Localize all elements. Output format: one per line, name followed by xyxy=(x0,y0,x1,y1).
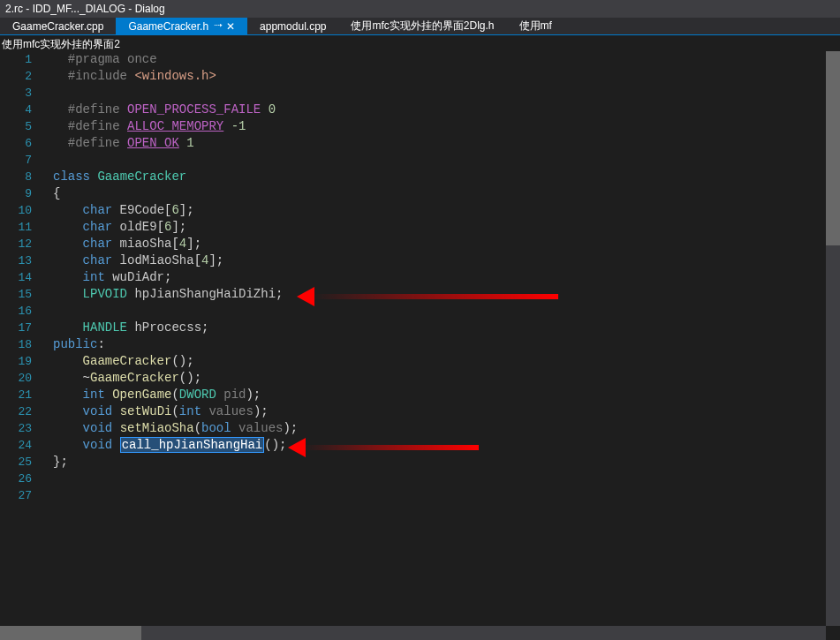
line-number: 7 xyxy=(0,152,32,169)
line-number: 4 xyxy=(0,102,32,118)
line-number: 21 xyxy=(0,387,32,403)
code-line[interactable]: }; xyxy=(46,454,840,471)
tab-bar: GaameCracker.cpp GaameCracker.h ⭬ ✕ appm… xyxy=(0,18,840,35)
line-number: 24 xyxy=(0,437,32,454)
line-number: 20 xyxy=(0,370,32,387)
close-icon[interactable]: ✕ xyxy=(226,20,235,33)
code-line[interactable]: char miaoSha[4]; xyxy=(46,236,840,252)
line-number: 15 xyxy=(0,286,32,303)
code-line[interactable]: #define OPEN_PROCESS_FAILE 0 xyxy=(46,102,840,118)
line-number: 10 xyxy=(0,202,32,219)
selection: call_hpJianShangHai xyxy=(120,437,265,453)
code-line[interactable]: char E9Code[6]; xyxy=(46,202,840,219)
scrollbar-thumb[interactable] xyxy=(826,51,840,245)
code-line[interactable]: char oldE9[6]; xyxy=(46,219,840,236)
code-line[interactable]: void setWuDi(int values); xyxy=(46,403,840,420)
title-bar: 2.rc - IDD_MF..._DIALOG - Dialog xyxy=(0,0,840,18)
code-line[interactable]: public: xyxy=(46,336,840,353)
tab-gaamecracker-h[interactable]: GaameCracker.h ⭬ ✕ xyxy=(116,18,247,34)
line-number: 16 xyxy=(0,303,32,320)
code-line[interactable]: HANDLE hProcecss; xyxy=(46,320,840,336)
line-number: 14 xyxy=(0,269,32,286)
code-area[interactable]: #pragma once #include <windows.h> #defin… xyxy=(46,51,840,640)
pin-icon[interactable]: ⭬ xyxy=(214,21,223,31)
code-line[interactable]: ~GaameCracker(); xyxy=(46,370,840,387)
tab-label: appmodul.cpp xyxy=(260,20,326,33)
tab-label: GaameCracker.cpp xyxy=(12,20,103,33)
line-number: 22 xyxy=(0,403,32,420)
tab-gaamecracker-cpp[interactable]: GaameCracker.cpp xyxy=(0,18,116,34)
code-line[interactable]: #define ALLOC_MEMOPRY -1 xyxy=(46,118,840,135)
horizontal-scrollbar[interactable] xyxy=(0,626,826,640)
tab-label: GaameCracker.h xyxy=(128,20,208,33)
tab-label: 使用mfc实现外挂的界面2Dlg.h xyxy=(351,19,494,34)
arrow-annotation xyxy=(302,445,479,450)
code-line[interactable]: void setMiaoSha(bool values); xyxy=(46,420,840,437)
line-number: 27 xyxy=(0,487,32,504)
tab-truncated[interactable]: 使用mf xyxy=(507,18,564,34)
line-number: 1 xyxy=(0,51,32,68)
line-number: 13 xyxy=(0,252,32,269)
tab-appmodul-cpp[interactable]: appmodul.cpp xyxy=(247,18,338,34)
line-number: 17 xyxy=(0,320,32,336)
tab-label: 使用mf xyxy=(519,19,552,34)
code-line[interactable]: #include <windows.h> xyxy=(46,68,840,85)
code-line[interactable]: #pragma once xyxy=(46,51,840,68)
line-number: 5 xyxy=(0,118,32,135)
arrow-annotation xyxy=(311,294,558,299)
tab-dlg-h[interactable]: 使用mfc实现外挂的界面2Dlg.h xyxy=(338,18,506,34)
code-line[interactable]: char lodMiaoSha[4]; xyxy=(46,252,840,269)
line-number: 11 xyxy=(0,219,32,236)
code-line[interactable] xyxy=(46,303,840,320)
code-line[interactable] xyxy=(46,487,840,504)
code-line[interactable] xyxy=(46,152,840,169)
line-number: 8 xyxy=(0,169,32,185)
line-number: 3 xyxy=(0,85,32,102)
line-number: 23 xyxy=(0,420,32,437)
line-number: 2 xyxy=(0,68,32,85)
line-number: 26 xyxy=(0,471,32,487)
code-line[interactable] xyxy=(46,85,840,102)
line-number: 9 xyxy=(0,185,32,202)
line-number-gutter: 1 2 3 4 5 6 7 8 9 10 11 12 13 14 15 16 1… xyxy=(0,51,46,640)
breadcrumb[interactable]: 使用mfc实现外挂的界面2 xyxy=(0,35,840,51)
vertical-scrollbar[interactable] xyxy=(826,51,840,626)
code-line[interactable]: { xyxy=(46,185,840,202)
code-line[interactable] xyxy=(46,471,840,487)
line-number: 25 xyxy=(0,454,32,471)
code-line[interactable]: −class GaameCracker xyxy=(46,169,840,185)
code-line[interactable]: GaameCracker(); xyxy=(46,353,840,370)
line-number: 6 xyxy=(0,135,32,152)
code-line[interactable]: int wuDiAdr; xyxy=(46,269,840,286)
line-number: 19 xyxy=(0,353,32,370)
line-number: 12 xyxy=(0,236,32,252)
editor: 1 2 3 4 5 6 7 8 9 10 11 12 13 14 15 16 1… xyxy=(0,51,840,640)
code-line[interactable]: #define OPEN_OK 1 xyxy=(46,135,840,152)
scrollbar-thumb[interactable] xyxy=(0,626,141,640)
code-line[interactable]: int OpenGame(DWORD pid); xyxy=(46,387,840,403)
line-number: 18 xyxy=(0,336,32,353)
